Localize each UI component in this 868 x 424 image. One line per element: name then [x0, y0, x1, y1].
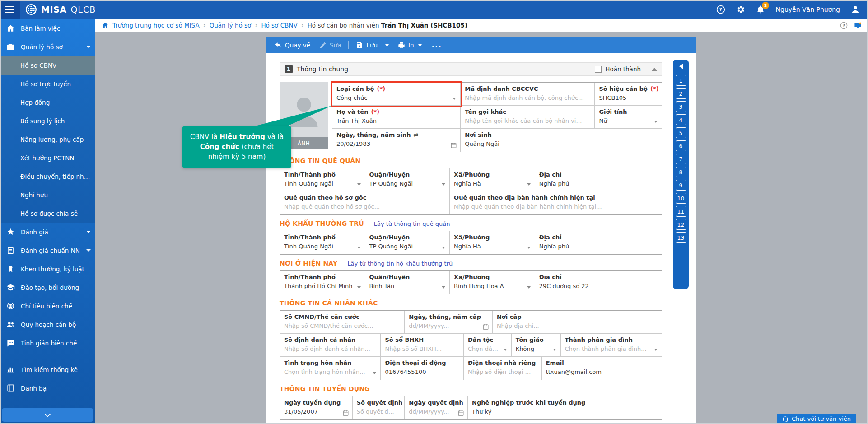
field-xa-phuong-hk[interactable]: Xã/PhườngNghĩa Hà: [450, 231, 535, 254]
help-icon[interactable]: ?: [716, 5, 725, 14]
pager-page-8[interactable]: 8: [676, 167, 686, 177]
sidebar-item-danh-gia[interactable]: Đánh giá: [0, 223, 95, 241]
field-ton-giao[interactable]: Tôn giáoKhông: [512, 334, 561, 357]
back-button[interactable]: Quay về: [273, 42, 312, 49]
complete-checkbox[interactable]: [595, 66, 602, 73]
pager-page-2[interactable]: 2: [676, 88, 686, 99]
field-xa-phuong-no[interactable]: Xã/PhườngBình Hưng Hòa A: [450, 271, 535, 294]
pager-page-3[interactable]: 3: [676, 101, 686, 112]
field-ngay-quyet-dinh[interactable]: Ngày quyết địnhdd/MM/yyyy...: [405, 396, 468, 419]
field-so-so-bhxh[interactable]: Số sổ BHXHNhập số sổ BHXH...: [381, 334, 464, 357]
field-thanh-phan-gia-dinh[interactable]: Thành phần gia đìnhChọn thành phần gia đ…: [561, 334, 662, 357]
sidebar-item-danh-gia-chuan-nn[interactable]: Đánh giá chuẩn NN: [0, 241, 95, 260]
support-monitor-icon[interactable]: [854, 22, 862, 29]
sidebar-item-xet-huong-pctnn[interactable]: Xét hưởng PCTNN: [0, 149, 95, 167]
pager-page-11[interactable]: 11: [676, 206, 686, 217]
sidebar-item-quy-hoach-can-bo[interactable]: Quy hoạch cán bộ: [0, 315, 95, 334]
field-noi-cap[interactable]: Nơi cấpNhập địa chỉ...: [493, 311, 662, 334]
sidebar-item-nang-luong-phu-cap[interactable]: Nâng lương, phụ cấp: [0, 130, 95, 149]
user-name[interactable]: Nguyễn Văn Phương: [776, 6, 840, 13]
field-so-cmnd[interactable]: Số CMND/Thẻ căn cướcNhập số CMND/thẻ căn…: [280, 311, 405, 334]
field-quan-huyen-hk[interactable]: Quận/HuyệnTP Quảng Ngãi: [365, 231, 450, 254]
sidebar-item-nghi-huu[interactable]: Nghỉ hưu: [0, 186, 95, 204]
caret-down-icon[interactable]: [418, 44, 422, 47]
sidebar-item-ho-so-truc-tuyen[interactable]: Hồ sơ trực tuyến: [0, 75, 95, 93]
field-nghe-nghiep-truoc-tuyen-dung[interactable]: Nghề nghiệp trước khi tuyển dụngThư ký: [468, 396, 662, 419]
field-dia-chi-no[interactable]: Địa chỉ29C đường số 22: [535, 271, 662, 294]
field-so-dinh-danh-ca-nhan[interactable]: Số định danh cá nhânNhập số định danh cá…: [280, 334, 381, 357]
sidebar-item-ho-so-duoc-chia-se[interactable]: Hồ sơ được chia sẻ: [0, 204, 95, 223]
hamburger-menu-button[interactable]: [0, 0, 20, 19]
notifications-button[interactable]: 3: [756, 5, 765, 14]
field-dan-toc[interactable]: Dân tộcChọn dân tộc...: [464, 334, 512, 357]
print-button[interactable]: In: [396, 42, 424, 49]
field-loai-can-bo[interactable]: Loại cán bộ(*)Công chức: [332, 83, 461, 106]
field-ngay-cap[interactable]: Ngày, tháng, năm cấpdd/MM/yyyy...: [405, 311, 493, 334]
collapse-section-icon[interactable]: [652, 68, 657, 71]
pager-page-6[interactable]: 6: [676, 140, 686, 151]
sidebar-item-khen-thuong-ky-luat[interactable]: Khen thưởng, kỷ luật: [0, 260, 95, 278]
breadcrumb-link[interactable]: Trường trung học cơ sở MISA: [112, 22, 200, 29]
field-que-quan-ho-so-goc[interactable]: Quê quán theo hồ sơ gốcNhập quê quán the…: [280, 191, 450, 214]
home-icon[interactable]: [102, 22, 109, 29]
chat-support-button[interactable]: Chat với tư vấn viên: [777, 414, 856, 424]
field-tinh-thanh-pho-qq[interactable]: Tỉnh/Thành phốTỉnh Quảng Ngãi: [280, 168, 365, 191]
sidebar-item-ho-so-cbnv[interactable]: Hồ sơ CBNV: [0, 56, 95, 75]
pager-page-9[interactable]: 9: [676, 180, 686, 191]
pager-page-10[interactable]: 10: [676, 193, 686, 204]
breadcrumb-link[interactable]: Quản lý hồ sơ: [210, 22, 252, 29]
field-ma-dinh-danh-cbccvc[interactable]: Mã định danh CBCCVCNhập mã định danh cán…: [461, 83, 595, 106]
field-tinh-trang-hon-nhan[interactable]: Tình trạng hôn nhânChọn tình trạng hôn n…: [280, 357, 381, 380]
field-noi-sinh[interactable]: Nơi sinhQuảng Ngãi: [461, 129, 662, 152]
field-ngay-tuyen-dung[interactable]: Ngày tuyển dụng31/05/2007: [280, 396, 353, 419]
pager-page-7[interactable]: 7: [676, 154, 686, 164]
field-email[interactable]: Emailttxuan@gmail.com: [542, 357, 662, 380]
caret-down-icon: [504, 349, 507, 351]
field-label: Họ và tên(*): [332, 106, 460, 115]
sidebar-item-quan-ly-ho-so[interactable]: Quản lý hồ sơ: [0, 37, 95, 56]
edit-button[interactable]: Sửa: [317, 42, 343, 49]
field-dia-chi-qq[interactable]: Địa chỉNghĩa phú: [535, 168, 662, 191]
more-options-button[interactable]: ...: [429, 41, 445, 49]
caret-down-icon[interactable]: [385, 44, 389, 47]
field-quan-huyen-no[interactable]: Quận/HuyệnBình Tân: [365, 271, 450, 294]
pager-page-1[interactable]: 1: [676, 75, 686, 86]
pager-page-4[interactable]: 4: [676, 114, 686, 125]
pager-page-13[interactable]: 13: [676, 232, 686, 243]
sidebar-item-dao-tao-boi-duong[interactable]: Đào tạo, bồi dưỡng: [0, 278, 95, 297]
pager-page-12[interactable]: 12: [676, 219, 686, 230]
field-dien-thoai-di-dong[interactable]: Điện thoại di động01676455100: [381, 357, 464, 380]
person-icon[interactable]: [851, 5, 860, 14]
sidebar-item-dieu-chuyen-tiep-nhan[interactable]: Điều chuyển, tiếp nhận: [0, 167, 95, 186]
copy-from-link[interactable]: Lấy từ thông tin hộ khẩu thường trú: [347, 260, 453, 267]
sidebar-item-tim-kiem-thong-ke[interactable]: Tìm kiếm thống kê: [0, 360, 95, 379]
sidebar-item-chi-tieu-bien-che[interactable]: Chỉ tiêu biên chế: [0, 297, 95, 315]
field-so-hieu-can-bo[interactable]: Số hiệu cán bộ(*)SHCB105: [595, 83, 662, 106]
field-so-quyet-dinh[interactable]: Số quyết địnhSố quyết định...: [353, 396, 405, 419]
sidebar-collapse-button[interactable]: [2, 408, 93, 422]
field-gioi-tinh[interactable]: Giới tínhNữ: [595, 106, 662, 129]
field-tinh-thanh-pho-no[interactable]: Tỉnh/Thành phốThành phố Hồ Chí Minh: [280, 271, 365, 294]
field-ten-goi-khac[interactable]: Tên gọi khácNhập tên gọi khác của cán bộ…: [461, 106, 595, 129]
copy-from-link[interactable]: Lấy từ thông tin quê quán: [374, 220, 450, 227]
breadcrumb-link[interactable]: Hồ sơ CBNV: [261, 22, 297, 29]
sidebar-item-hop-dong[interactable]: Hợp đồng: [0, 93, 95, 112]
field-tinh-thanh-pho-hk[interactable]: Tỉnh/Thành phốTỉnh Quảng Ngãi: [280, 231, 365, 254]
gear-icon[interactable]: [736, 5, 745, 14]
save-button[interactable]: Lưu: [354, 41, 391, 49]
help-circle-icon[interactable]: ?: [840, 22, 848, 29]
field-xa-phuong-qq[interactable]: Xã/PhườngNghĩa Hà: [450, 168, 535, 191]
field-ngay-thang-nam-sinh[interactable]: Ngày, tháng, năm sinh⇄20/02/1983: [332, 129, 461, 152]
sidebar-item-bo-sung-ly-lich[interactable]: Bổ sung lý lịch: [0, 112, 95, 130]
sidebar-item-danh-ba[interactable]: Danh bạ: [0, 379, 95, 397]
field-dien-thoai-nha-rieng[interactable]: Điện thoại nhà riêngNhập số điện thoại n…: [464, 357, 542, 380]
sidebar-item-ban-lam-viec[interactable]: Bàn làm việc: [0, 19, 95, 37]
calendar-icon: [450, 142, 457, 149]
sidebar-item-tinh-gian-bien-che[interactable]: Tinh giản biên chế: [0, 334, 95, 352]
field-que-quan-hien-tai[interactable]: Quê quán theo địa bàn hành chính hiện tạ…: [450, 191, 662, 214]
collapse-pager-icon[interactable]: [679, 64, 683, 69]
field-dia-chi-hk[interactable]: Địa chỉNghĩa phú: [535, 231, 662, 254]
field-quan-huyen-qq[interactable]: Quận/HuyệnTP Quảng Ngãi: [365, 168, 450, 191]
field-ho-va-ten[interactable]: Họ và tên(*)Trần Thị Xuân: [332, 106, 461, 129]
pager-page-5[interactable]: 5: [676, 127, 686, 138]
